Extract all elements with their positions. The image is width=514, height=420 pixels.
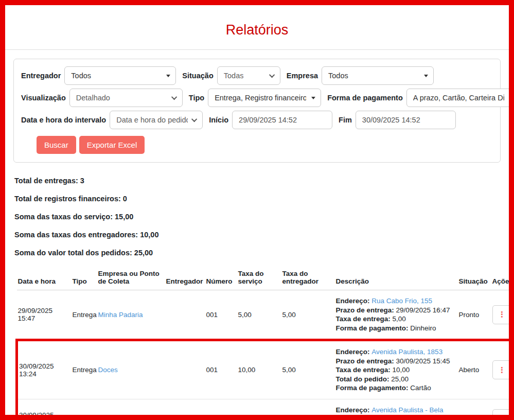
filter-row-3: Data e hora do intervalo Data e hora do … bbox=[21, 111, 493, 129]
entregador-dropdown[interactable]: Todos bbox=[64, 66, 176, 85]
table-head: Data e horaTipoEmpresa ou Ponto de Colet… bbox=[17, 267, 513, 290]
caret-down-icon bbox=[311, 97, 315, 99]
page-title: Relatórios bbox=[5, 5, 509, 38]
tipo-dropdown[interactable]: Entrega, Registro financeiro bbox=[208, 89, 321, 107]
description-value: 5,00 bbox=[393, 315, 406, 323]
description-value: Cartão bbox=[410, 384, 431, 392]
table-row: 30/09/2025 13:24EntregaDoces00110,005,00… bbox=[17, 340, 513, 399]
results-table: Data e horaTipoEmpresa ou Ponto de Colet… bbox=[15, 267, 514, 420]
empresa-value: Todos bbox=[328, 72, 348, 80]
description-label: Prazo de entrega: bbox=[336, 306, 396, 314]
description-label: Prazo de entrega: bbox=[336, 357, 396, 365]
description-label: Forma de pagamento: bbox=[336, 324, 411, 332]
caret-down-icon bbox=[509, 97, 513, 99]
filter-entregador: Entregador Todos bbox=[21, 66, 176, 85]
description-label: Endereço: bbox=[336, 297, 372, 305]
results-table-wrap: Data e horaTipoEmpresa ou Ponto de Colet… bbox=[15, 267, 501, 420]
summary-section: Total de entregas: 3 Total de registros … bbox=[14, 177, 499, 257]
cell-descricao: Endereço: Avenida Paulista - Bela Vista,… bbox=[335, 399, 458, 420]
filter-inicio: Início bbox=[209, 111, 332, 129]
description-line: Prazo de entrega: 29/09/2025 16:47 bbox=[336, 306, 454, 315]
cell-taxa-servico bbox=[237, 399, 281, 420]
row-actions-button[interactable]: ⋮ bbox=[492, 360, 512, 379]
filter-empresa: Empresa Todos bbox=[287, 66, 434, 85]
empresa-dropdown[interactable]: Todos bbox=[322, 66, 434, 85]
cell-situacao: Pronto bbox=[458, 290, 491, 340]
intervalo-label: Data e hora do intervalo bbox=[21, 116, 106, 124]
cell-taxa-entregador bbox=[281, 399, 335, 420]
company-link[interactable]: Minha Padaria bbox=[98, 311, 143, 319]
summary-taxas-servico: Soma das taxas do serviço: 15,00 bbox=[14, 213, 499, 221]
cell-numero: R-001 bbox=[205, 399, 237, 420]
column-header: Entregador bbox=[165, 267, 205, 290]
cell-taxa-entregador: 5,00 bbox=[281, 290, 335, 340]
forma-pagamento-value: A prazo, Cartão, Carteira Digi bbox=[413, 94, 504, 102]
cell-descricao: Endereço: Avenida Paulista, 1853Prazo de… bbox=[335, 340, 458, 399]
cell-taxa-servico: 10,00 bbox=[237, 340, 281, 399]
empresa-label: Empresa bbox=[287, 72, 318, 80]
description-label: Taxa de entrega: bbox=[336, 366, 393, 374]
filter-intervalo: Data e hora do intervalo Data e hora do … bbox=[21, 111, 203, 129]
cell-numero: 001 bbox=[205, 340, 237, 399]
title-divider bbox=[5, 49, 509, 50]
cell-numero: 001 bbox=[205, 290, 237, 340]
chevron-down-icon bbox=[191, 116, 197, 122]
row-actions-button[interactable]: ⋮ bbox=[492, 305, 512, 324]
filter-visualizacao: Visualização Detalhado bbox=[21, 89, 183, 107]
description-value: Dinheiro bbox=[410, 324, 436, 332]
entregador-value: Todos bbox=[71, 72, 91, 80]
description-line: Taxa de entrega: 10,00 bbox=[336, 365, 454, 375]
caret-down-icon bbox=[166, 75, 170, 77]
column-header: Número bbox=[205, 267, 237, 290]
summary-taxas-entregadores: Soma das taxas dos entregadores: 10,00 bbox=[14, 231, 499, 239]
summary-total-registros: Total de registros financeiros: 0 bbox=[14, 195, 499, 203]
situacao-select[interactable]: Todas bbox=[217, 66, 280, 85]
entregador-label: Entregador bbox=[21, 72, 61, 80]
filter-buttons: Buscar Exportar Excel bbox=[37, 136, 493, 154]
description-label: Taxa de entrega: bbox=[336, 315, 393, 323]
filter-tipo: Tipo Entrega, Registro financeiro bbox=[189, 89, 321, 107]
chevron-down-icon bbox=[171, 94, 177, 100]
reports-page: Relatórios Entregador Todos Situação Tod… bbox=[5, 5, 509, 415]
table-row: 30/09/2025 13:24EntregaAntonioR-001Ender… bbox=[17, 399, 513, 420]
forma-pagamento-label: Forma de pagamento bbox=[327, 94, 403, 102]
description-value: 30/09/2025 15:45 bbox=[396, 357, 450, 365]
intervalo-value: Data e hora do pedido bbox=[116, 116, 188, 124]
cell-entregador bbox=[165, 399, 205, 420]
vertical-ellipsis-icon: ⋮ bbox=[498, 414, 506, 420]
description-value: 25,00 bbox=[391, 375, 409, 383]
buscar-button[interactable]: Buscar bbox=[37, 136, 76, 154]
cell-empresa: Antonio bbox=[97, 399, 165, 420]
visualizacao-select[interactable]: Detalhado bbox=[69, 89, 183, 107]
cell-entregador bbox=[165, 340, 205, 399]
column-header: Situação bbox=[458, 267, 491, 290]
situacao-value: Todas bbox=[224, 72, 244, 80]
filter-panel: Entregador Todos Situação Todas Empresa … bbox=[13, 59, 501, 163]
address-link[interactable]: Avenida Paulista, 1853 bbox=[371, 348, 442, 356]
cell-tipo: Entrega bbox=[72, 290, 97, 340]
column-header: Descrição bbox=[335, 267, 458, 290]
summary-valor-total: Soma do valor total dos pedidos: 25,00 bbox=[14, 249, 499, 257]
column-header: Taxa do serviço bbox=[237, 267, 281, 290]
description-label: Endereço: bbox=[336, 406, 372, 414]
intervalo-select[interactable]: Data e hora do pedido bbox=[110, 111, 203, 129]
fim-input[interactable] bbox=[356, 111, 456, 129]
company-link[interactable]: Doces bbox=[98, 366, 118, 374]
filter-forma-pagamento: Forma de pagamento A prazo, Cartão, Cart… bbox=[327, 89, 514, 107]
forma-pagamento-dropdown[interactable]: A prazo, Cartão, Carteira Digi bbox=[406, 89, 514, 107]
vertical-ellipsis-icon: ⋮ bbox=[498, 365, 506, 375]
caret-down-icon bbox=[424, 75, 428, 77]
description-label: Endereço: bbox=[336, 348, 372, 356]
cell-tipo: Entrega bbox=[72, 399, 97, 420]
description-line: Prazo de entrega: 30/09/2025 15:45 bbox=[336, 357, 454, 366]
address-link[interactable]: Rua Cabo Frio, 155 bbox=[371, 297, 432, 305]
exportar-excel-button[interactable]: Exportar Excel bbox=[79, 136, 145, 154]
cell-datetime: 30/09/2025 13:24 bbox=[17, 340, 72, 399]
company-link[interactable]: Antonio bbox=[98, 415, 122, 420]
cell-acoes: ⋮ bbox=[491, 290, 513, 340]
visualizacao-label: Visualização bbox=[21, 94, 66, 102]
row-actions-button[interactable]: ⋮ bbox=[492, 409, 512, 420]
inicio-input[interactable] bbox=[232, 111, 332, 129]
cell-acoes: ⋮ bbox=[491, 340, 513, 399]
description-line: Endereço: Rua Cabo Frio, 155 bbox=[336, 296, 454, 306]
